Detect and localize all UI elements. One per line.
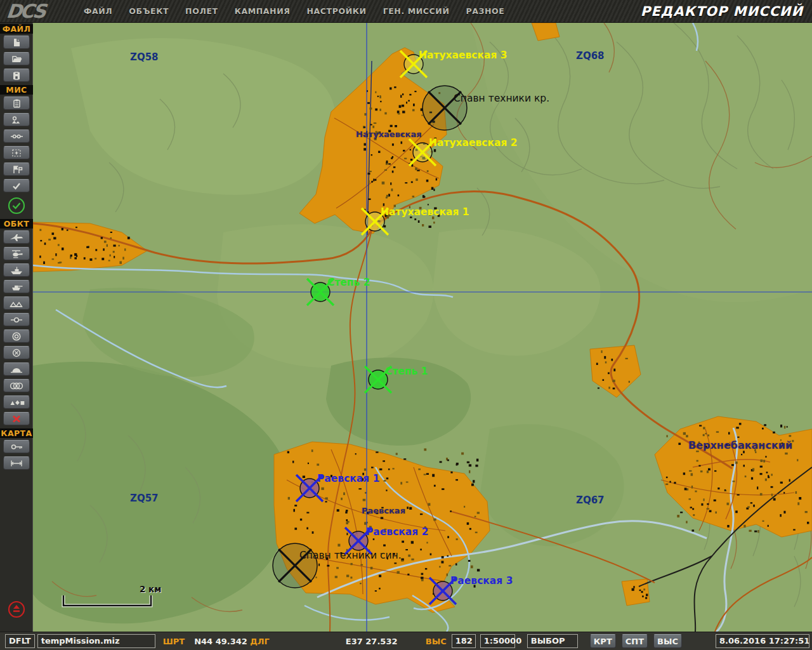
ovals-icon (4, 381, 29, 391)
map-terrain[interactable] (33, 23, 812, 632)
add-helicopter-button[interactable] (3, 247, 30, 260)
rules-button[interactable] (3, 179, 30, 192)
trigger-zone-icon (4, 148, 29, 158)
add-initial-point-button[interactable] (3, 346, 30, 359)
unit-group-marker[interactable] (409, 139, 436, 166)
sidebar-section-файл: ФАЙЛ (0, 24, 33, 34)
map-scale-box[interactable]: 1:50000 (480, 634, 515, 648)
unit-group-marker[interactable] (296, 475, 323, 501)
zone-icon (4, 331, 29, 342)
sidebar-section-мис: МИС (0, 85, 33, 95)
title-bar: DCS ФАЙЛОБЪЕКТПОЛЕТКАМПАНИЯНАСТРОЙКИГЕН.… (0, 0, 812, 23)
delete-x-icon (4, 414, 29, 424)
fly-mission-button[interactable] (7, 196, 26, 215)
trigger-zone-marker[interactable] (273, 543, 317, 588)
menu-mission-generator[interactable]: ГЕН. МИССИЙ (383, 6, 450, 16)
add-template-button[interactable] (3, 379, 30, 392)
failures-icon (4, 131, 29, 142)
weather-button[interactable] (3, 113, 30, 126)
key-icon (4, 442, 29, 452)
new-mission-button[interactable] (3, 36, 30, 49)
longitude-label: ДЛГ (250, 637, 270, 646)
menu-campaign[interactable]: КАМПАНИЯ (235, 6, 291, 16)
triggers-button[interactable] (3, 146, 30, 159)
file-new-icon (4, 37, 29, 48)
altitude-value-box[interactable]: 182 (452, 634, 476, 648)
check-circle-icon (7, 208, 26, 217)
sidebar-section-карта: КАРТА (0, 428, 33, 438)
dcs-logo: DCS (0, 0, 76, 22)
clipboard-icon (4, 98, 29, 109)
add-static-object-button[interactable] (3, 296, 30, 310)
add-vehicle-button[interactable] (3, 280, 30, 293)
waypoint-icon (4, 315, 29, 325)
sidebar-section-обкт: ОБКТ (0, 219, 33, 229)
altitude-label: ВЫС (426, 637, 447, 646)
sidebar-toolbar: ФАЙЛМИСОБКТКАРТА (0, 23, 33, 632)
vehicle-icon (4, 282, 29, 292)
exit-button[interactable] (7, 600, 26, 619)
menu-object[interactable]: ОБЪЕКТ (129, 6, 169, 16)
filename-input[interactable]: tempMission.miz (37, 634, 155, 648)
eject-icon (7, 611, 26, 621)
latitude-label: ШРТ (163, 637, 185, 646)
ruler-icon (4, 458, 29, 468)
unit-group-marker[interactable] (429, 578, 456, 604)
longitude-value: E37 27.532 (346, 637, 395, 646)
datetime-display: 8.06.2016 17:27:51 (716, 634, 809, 648)
helicopter-icon (4, 249, 29, 259)
goals-button[interactable] (3, 162, 30, 176)
map-layer-button[interactable]: КРТ (590, 634, 616, 648)
shapes-icon (4, 397, 29, 408)
editor-title: РЕДАКТОР МИССИЙ (641, 4, 803, 19)
main-menu: ФАЙЛОБЪЕКТПОЛЕТКАМПАНИЯНАСТРОЙКИГЕН. МИС… (84, 6, 504, 16)
airplane-icon (4, 232, 29, 242)
unit-group-marker[interactable] (307, 279, 334, 305)
add-shapes-button[interactable] (3, 395, 30, 409)
add-farp-button[interactable] (3, 362, 30, 376)
add-waypoint-button[interactable] (3, 313, 30, 326)
unit-group-marker[interactable] (362, 208, 388, 235)
latitude-value: N44 49.342 (194, 637, 244, 646)
save-icon (4, 70, 29, 81)
weather-icon (4, 115, 29, 125)
folder-open-icon (4, 54, 29, 64)
circle-x-icon (4, 348, 29, 358)
save-mission-button[interactable] (3, 69, 30, 82)
measure-distance-button[interactable] (3, 456, 30, 470)
flags-icon (4, 164, 29, 175)
farp-icon (4, 364, 29, 375)
map-mode-box[interactable]: DFLT (5, 634, 35, 648)
add-ship-button[interactable] (3, 263, 30, 277)
open-mission-button[interactable] (3, 52, 30, 65)
briefing-button[interactable] (3, 96, 30, 110)
menu-misc[interactable]: РАЗНОЕ (466, 6, 505, 16)
status-bar: DFLT tempMission.miz ШРТ N44 49.342 ДЛГ … (0, 632, 812, 650)
menu-file[interactable]: ФАЙЛ (84, 6, 112, 16)
trigger-zone-marker[interactable] (422, 86, 467, 130)
ship-icon (4, 265, 29, 275)
altitude-layer-button[interactable]: ВЫС (653, 634, 682, 648)
check-icon (4, 181, 29, 191)
menu-settings[interactable]: НАСТРОЙКИ (306, 6, 366, 16)
add-trigger-zone-button[interactable] (3, 329, 30, 343)
menu-flight[interactable]: ПОЛЕТ (185, 6, 218, 16)
map-options-button[interactable] (3, 440, 30, 453)
failures-button[interactable] (3, 129, 30, 143)
unit-group-marker[interactable] (345, 527, 372, 554)
satellite-layer-button[interactable]: СПТ (622, 634, 648, 648)
add-airplane-button[interactable] (3, 230, 30, 244)
map-canvas[interactable]: ZQ58ZQ68ZQ57ZQ67НатухаевскаяРаевскаяВерх… (33, 23, 812, 632)
unit-group-marker[interactable] (400, 51, 427, 77)
static-object-icon (4, 298, 29, 308)
mission-editor-window: DCS ФАЙЛОБЪЕКТПОЛЕТКАМПАНИЯНАСТРОЙКИГЕН.… (0, 0, 812, 650)
unit-group-marker[interactable] (365, 366, 391, 393)
delete-object-button[interactable] (3, 412, 30, 425)
selection-box[interactable]: ВЫБОР (527, 634, 578, 648)
